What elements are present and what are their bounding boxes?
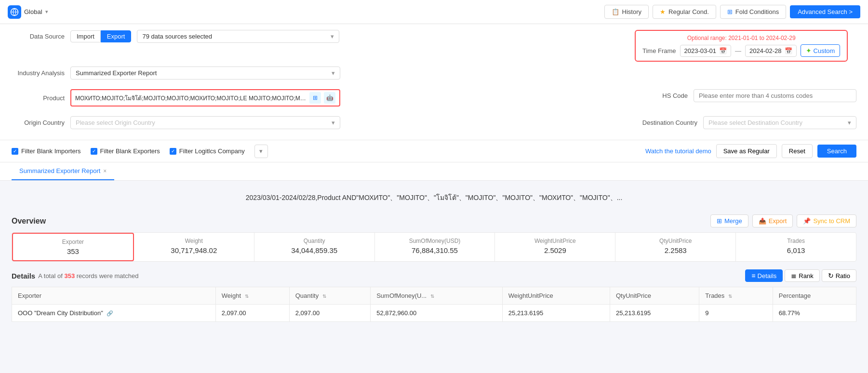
col-weight-unit: WeightUnitPrice <box>502 287 610 305</box>
history-button[interactable]: 📋 History <box>604 5 649 19</box>
dropdown-icon: ▾ <box>331 33 334 40</box>
cell-trades: 9 <box>699 305 773 322</box>
tab-details-button[interactable]: ≡ Details <box>745 269 783 282</box>
hscode-input[interactable] <box>694 89 856 102</box>
export-icon: 📤 <box>759 217 766 225</box>
stat-trades: Trades 6,013 <box>736 233 856 261</box>
col-qty-unit: QtyUnitPrice <box>610 287 699 305</box>
filter-blank-importers[interactable]: Filter Blank Importers <box>12 147 81 155</box>
filter-logistics[interactable]: Filter Logitlcs Company <box>170 147 245 155</box>
date-to-input[interactable]: 2024-02-28 📅 <box>745 45 797 57</box>
history-icon: 📋 <box>612 8 619 15</box>
stats-table: Exporter 353 Weight 30,717,948.02 Quanti… <box>12 232 856 262</box>
import-button[interactable]: Import <box>70 30 101 42</box>
stat-quantity: Quantity 34,044,859.35 <box>254 233 375 261</box>
regular-cond-button[interactable]: ★ Regular Cond. <box>653 5 716 19</box>
col-weight[interactable]: Weight ⇅ <box>215 287 289 305</box>
expand-button[interactable]: ▾ <box>254 145 268 158</box>
ratio-tab-icon: ↻ <box>828 272 834 280</box>
custom-button[interactable]: ✦ Custom <box>801 44 841 57</box>
destination-select[interactable]: Please select Destination Country ▾ <box>703 116 856 129</box>
fold-icon: ⊞ <box>727 8 733 15</box>
sort-icon-quantity: ⇅ <box>322 293 326 299</box>
data-source-row: Data Source Import Export 79 data source… <box>12 30 623 43</box>
details-count: A total of 353 records were matched <box>38 272 138 280</box>
global-label: Global <box>24 8 42 15</box>
table-row: OOO "Dream City Distribution" 🔗 2,097.00… <box>12 305 856 322</box>
checkbox-importers <box>12 148 18 155</box>
col-trades[interactable]: Trades ⇅ <box>699 287 773 305</box>
sort-icon-trades: ⇅ <box>728 293 732 299</box>
query-description: 2023/03/01-2024/02/28,Product AND"МОХИТО… <box>12 188 856 207</box>
dropdown-icon4: ▾ <box>848 119 851 126</box>
details-section: Details A total of 353 records were matc… <box>12 269 856 322</box>
destination-label: Destination Country <box>635 119 697 126</box>
industry-row: Industry Analysis Summarized Exporter Re… <box>12 67 623 80</box>
chevron-down-icon[interactable]: ▾ <box>45 9 48 15</box>
sync-crm-button[interactable]: 📌 Sync to CRM <box>797 214 856 227</box>
stat-qty-unit: QtyUnitPrice 2.2583 <box>615 233 736 261</box>
table-head: Exporter Weight ⇅ Quantity ⇅ SumOfMoney(… <box>12 287 856 305</box>
col-quantity[interactable]: Quantity ⇅ <box>289 287 370 305</box>
tutorial-link[interactable]: Watch the tutorial demo <box>645 147 711 155</box>
fold-conditions-button[interactable]: ⊞ Fold Conditions <box>720 5 786 19</box>
industry-select[interactable]: Summarized Exporter Report ▾ <box>70 67 340 80</box>
sync-icon: 📌 <box>803 217 811 225</box>
checkbox-exporters <box>91 148 97 155</box>
advanced-search-button[interactable]: Advanced Search > <box>790 5 860 18</box>
merge-icon: ⊞ <box>717 217 722 225</box>
save-regular-button[interactable]: Save as Regular <box>716 144 777 158</box>
merge-button[interactable]: ⊞ Merge <box>710 214 748 227</box>
cell-weight-unit: 25,213.6195 <box>502 305 610 322</box>
sort-icon-sum: ⇅ <box>430 293 434 299</box>
cell-sum-money: 52,872,960.00 <box>371 305 503 322</box>
dropdown-icon3: ▾ <box>332 119 335 126</box>
filter-row: Filter Blank Importers Filter Blank Expo… <box>0 140 868 162</box>
cell-percentage: 68.77% <box>773 305 856 322</box>
cell-quantity: 2,097.00 <box>289 305 370 322</box>
tab-close-button[interactable]: × <box>103 168 107 174</box>
details-tabs: ≡ Details ≣ Rank ↻ Ratio <box>745 269 856 282</box>
data-source-label: Data Source <box>12 33 65 40</box>
custom-icon: ✦ <box>806 47 812 54</box>
search-button[interactable]: Search <box>817 145 856 158</box>
col-sum-money[interactable]: SumOfMoney(U... ⇅ <box>371 287 503 305</box>
origin-row: Origin Country Please select Origin Coun… <box>12 116 623 129</box>
cell-exporter: OOO "Dream City Distribution" 🔗 <box>12 305 216 322</box>
tab-ratio-button[interactable]: ↻ Ratio <box>822 269 856 282</box>
overview-actions: ⊞ Merge 📤 Export 📌 Sync to CRM <box>710 214 856 227</box>
product-robot-icon[interactable]: 🤖 <box>324 92 335 104</box>
global-icon <box>8 5 21 19</box>
import-export-toggle: Import Export <box>70 30 131 42</box>
calendar-icon2: 📅 <box>785 47 792 54</box>
origin-select[interactable]: Please select Origin Country ▾ <box>70 116 340 129</box>
overview-export-button[interactable]: 📤 Export <box>752 214 793 227</box>
date-from-input[interactable]: 2023-03-01 📅 <box>680 45 732 57</box>
hscode-row: HS Code <box>635 89 856 102</box>
checkbox-logistics <box>170 148 176 155</box>
tab-summarized-exporter[interactable]: Summarized Exporter Report × <box>12 162 114 180</box>
stat-exporter: Exporter 353 <box>12 233 134 261</box>
sort-icon-weight: ⇅ <box>245 293 249 299</box>
timeframe-box: Optional range: 2021-01-01 to 2024-02-29… <box>635 30 848 62</box>
tab-rank-button[interactable]: ≣ Rank <box>785 269 819 282</box>
data-source-select[interactable]: 79 data sources selected ▾ <box>137 30 339 43</box>
filter-blank-exporters[interactable]: Filter Blank Exporters <box>91 147 160 155</box>
origin-label: Origin Country <box>12 119 65 126</box>
search-panel: Data Source Import Export 79 data source… <box>0 24 868 140</box>
product-search-icon[interactable]: ⊞ <box>309 92 321 104</box>
star-icon: ★ <box>660 8 666 15</box>
timeframe-label: Time Frame <box>642 47 676 54</box>
details-title: Details <box>12 272 35 280</box>
industry-label: Industry Analysis <box>12 69 65 77</box>
overview-header: Overview ⊞ Merge 📤 Export 📌 Sync to CRM <box>12 214 856 227</box>
timeframe-row: Time Frame 2023-03-01 📅 — 2024-02-28 📅 ✦… <box>642 44 840 57</box>
table-body: OOO "Dream City Distribution" 🔗 2,097.00… <box>12 305 856 322</box>
reset-button[interactable]: Reset <box>782 144 813 158</box>
export-button[interactable]: Export <box>101 30 132 42</box>
product-input[interactable]: МОХИТО;MOJITO;โมจิโต้;MOJITO;MOJITO;МОХИ… <box>70 89 340 107</box>
details-tab-icon: ≡ <box>751 272 755 280</box>
destination-row: Destination Country Please select Destin… <box>635 116 856 129</box>
verify-icon: 🔗 <box>107 310 113 316</box>
calendar-icon: 📅 <box>719 47 727 54</box>
